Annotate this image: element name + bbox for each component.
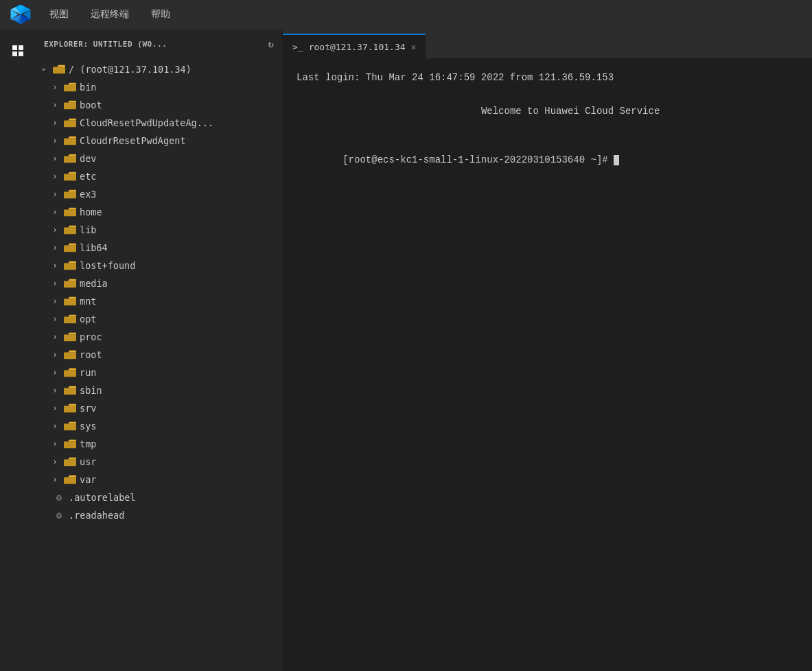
terminal-prompt-line: [root@ecs-kc1-small-1-linux-202203101536… (297, 137, 798, 183)
folder-icon (64, 313, 76, 325)
folder-icon (64, 134, 76, 147)
tree-item[interactable]: › root (36, 346, 282, 364)
tree-item[interactable]: › lib (36, 221, 282, 239)
svg-rect-33 (64, 405, 76, 412)
svg-rect-29 (64, 334, 76, 341)
tree-item-label: home (80, 207, 102, 217)
folder-icon (64, 188, 76, 200)
svg-rect-26 (64, 281, 76, 287)
tree-item-label: lib64 (80, 242, 108, 253)
chevron-icon: › (49, 153, 60, 164)
tree-item-label: var (80, 474, 96, 485)
terminal-cursor (614, 155, 619, 165)
tree-item-label: proc (80, 331, 102, 342)
chevron-icon: › (49, 135, 60, 146)
tree-item[interactable]: › usr (36, 453, 282, 471)
tree-item[interactable]: › var (36, 471, 282, 488)
tree-item-label: etc (80, 171, 96, 182)
tree-item[interactable]: › sys (36, 417, 282, 435)
tree-item-label: .readahead (69, 510, 124, 521)
tree-item-label: .autorelabel (69, 492, 136, 503)
tree-item-label: root (80, 349, 102, 360)
tree-item[interactable]: › boot (36, 96, 282, 114)
terminal-tab[interactable]: >_ root@121.37.101.34 ✕ (283, 34, 426, 58)
tree-item-label: media (80, 278, 108, 289)
terminal-prompt: [root@ecs-kc1-small-1-linux-202203101536… (343, 154, 614, 165)
tree-item[interactable]: › dev (36, 150, 282, 167)
folder-icon (64, 170, 76, 183)
folder-icon (64, 456, 76, 468)
tree-item[interactable]: › proc (36, 328, 282, 346)
menu-remote-terminal[interactable]: 远程终端 (88, 7, 132, 22)
tree-item[interactable]: › media (36, 274, 282, 292)
tree-item[interactable]: › etc (36, 167, 282, 185)
svg-rect-28 (64, 316, 76, 323)
tree-item-label: bin (80, 82, 96, 93)
folder-icon (64, 295, 76, 307)
tree-item-label: run (80, 367, 96, 378)
tree-item-label: lib (80, 224, 96, 235)
svg-rect-21 (64, 191, 76, 198)
tree-item[interactable]: › mnt (36, 292, 282, 310)
tree-item[interactable]: › CloudrResetPwdAgent (36, 132, 282, 150)
tree-item-label: CloudrResetPwdAgent (80, 135, 185, 146)
svg-rect-14 (53, 67, 65, 73)
file-tree: › / (root@121.37.101.34) › bin› boot› (36, 59, 282, 526)
tree-item[interactable]: ⚙.readahead (36, 506, 282, 524)
tree-item[interactable]: ⚙.autorelabel (36, 488, 282, 506)
tree-item[interactable]: › ex3 (36, 185, 282, 203)
tree-item-label: dev (80, 153, 96, 164)
tree-item[interactable]: › lib64 (36, 239, 282, 257)
tree-item-label: opt (80, 314, 96, 325)
close-icon[interactable]: ✕ (411, 42, 417, 52)
chevron-icon: › (49, 207, 60, 217)
chevron-icon: › (49, 456, 60, 467)
svg-rect-22 (64, 209, 76, 216)
svg-rect-27 (64, 298, 76, 305)
terminal-welcome-line: Welcome to Huawei Cloud Service (297, 85, 798, 137)
tree-item[interactable]: › home (36, 203, 282, 221)
folder-icon (64, 331, 76, 343)
tree-item-label: srv (80, 403, 96, 414)
tree-item[interactable]: › bin (36, 78, 282, 96)
folder-icon (64, 99, 76, 111)
chevron-icon: › (49, 260, 60, 271)
tree-item[interactable]: › run (36, 364, 282, 381)
folder-icon (64, 366, 76, 379)
folder-icon (64, 420, 76, 432)
tree-item-label: mnt (80, 296, 96, 307)
svg-rect-19 (64, 156, 76, 163)
tree-item-label: CloudResetPwdUpdateAg... (80, 117, 213, 128)
tree-item[interactable]: › sbin (36, 381, 282, 399)
chevron-icon: › (49, 242, 60, 253)
gear-icon: ⚙ (54, 492, 65, 503)
tree-item[interactable]: › tmp (36, 435, 282, 453)
explorer-icon[interactable] (1, 34, 34, 67)
refresh-icon[interactable]: ↻ (268, 38, 274, 49)
chevron-icon: › (49, 224, 60, 235)
tree-root-item[interactable]: › / (root@121.37.101.34) (36, 60, 282, 78)
menu-view[interactable]: 视图 (47, 7, 71, 22)
gear-icon: ⚙ (54, 510, 65, 521)
tree-item[interactable]: › opt (36, 310, 282, 328)
tree-item-label: sys (80, 421, 96, 432)
menu-help[interactable]: 帮助 (148, 7, 173, 22)
folder-icon (64, 402, 76, 414)
folder-icon (64, 81, 76, 93)
terminal-content[interactable]: Last login: Thu Mar 24 16:47:59 2022 fro… (283, 59, 812, 671)
svg-rect-23 (64, 227, 76, 234)
tree-item-label: lost+found (80, 260, 135, 271)
folder-icon (64, 206, 76, 218)
svg-rect-17 (64, 120, 76, 127)
terminal-panel: >_ root@121.37.101.34 ✕ Last login: Thu … (283, 29, 812, 671)
tree-item[interactable]: › lost+found (36, 257, 282, 274)
chevron-icon: › (49, 99, 60, 110)
activity-bar (0, 29, 36, 671)
chevron-icon: › (49, 296, 60, 307)
sidebar-header: EXPLORER: UNTITLED (WO... ↻ (36, 29, 282, 59)
svg-rect-25 (64, 263, 76, 270)
tree-item[interactable]: › CloudResetPwdUpdateAg... (36, 114, 282, 132)
folder-icon (64, 438, 76, 450)
tree-item[interactable]: › srv (36, 399, 282, 417)
chevron-icon: › (49, 438, 60, 449)
